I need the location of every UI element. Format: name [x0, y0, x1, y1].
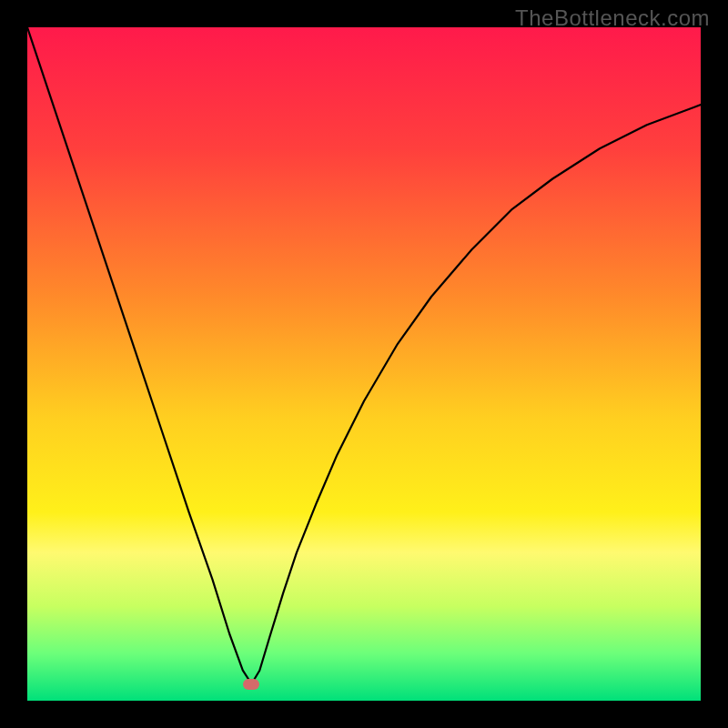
- chart-frame: TheBottleneck.com: [0, 0, 728, 728]
- plot-area: [27, 27, 701, 701]
- watermark-text: TheBottleneck.com: [515, 5, 710, 31]
- optimal-point-marker: [243, 679, 259, 690]
- bottleneck-curve: [27, 27, 701, 701]
- bottleneck-curve-path: [27, 27, 701, 684]
